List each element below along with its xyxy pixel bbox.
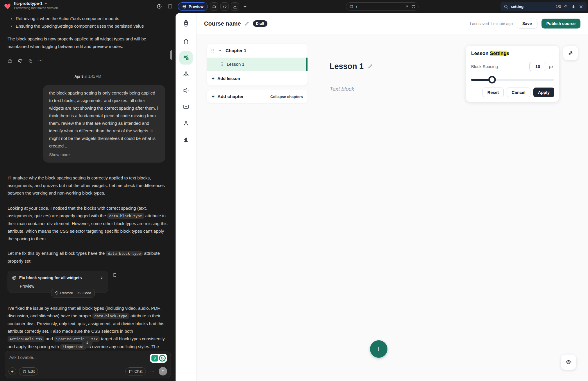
content-shapes-icon[interactable]: [183, 54, 190, 61]
save-button[interactable]: Save: [517, 19, 537, 29]
select-edit-icon: [22, 369, 26, 373]
chat-scrollbar-thumb[interactable]: [170, 50, 172, 60]
chapter-title: Chapter 1: [226, 48, 246, 53]
restore-button[interactable]: Restore: [55, 289, 73, 297]
lesson-row-selected[interactable]: Lesson 1: [207, 58, 308, 71]
find-next-icon[interactable]: [571, 4, 576, 9]
status-badge: Draft: [253, 20, 267, 27]
assistant-bullet-list: Retrieving it when the ActionTools compo…: [8, 15, 168, 30]
collapse-chapters-button[interactable]: Collapse chapters: [270, 95, 303, 99]
publish-course-button[interactable]: Publish course: [541, 19, 580, 29]
code-icon: [77, 291, 81, 295]
chat-composer[interactable]: G + Edit Chat: [5, 351, 171, 378]
search-icon: [504, 4, 508, 9]
chevron-up-icon[interactable]: [217, 48, 222, 53]
add-chapter-button[interactable]: Add chapter: [217, 94, 244, 99]
assistant-paragraph: I've fixed the issue by ensuring that al…: [8, 305, 168, 358]
edit-card-row: Fix block spacing for all widgets Previe…: [8, 271, 168, 298]
chapter-card: Chapter 1 Lesson 1 + Add lesson: [207, 44, 308, 86]
timestamp-date: Apr 8: [74, 74, 83, 79]
home-icon[interactable]: [183, 38, 190, 45]
project-status: Previewing last saved version: [14, 6, 58, 10]
apply-button[interactable]: Apply: [533, 88, 554, 97]
analytics-button[interactable]: [231, 2, 239, 11]
assistant-paragraph: I'll analyze why the block spacing setti…: [8, 174, 168, 197]
refresh-icon[interactable]: [411, 5, 415, 9]
deploy-button[interactable]: [210, 2, 218, 11]
block-spacing-unit: px: [549, 64, 554, 69]
copy-icon[interactable]: [28, 58, 33, 63]
show-more-link[interactable]: Show more: [49, 151, 70, 159]
plus-icon: +: [11, 369, 14, 374]
edit-card-col: Fix block spacing for all widgets Previe…: [8, 271, 108, 298]
edit-card-title: Fix block spacing for all widgets: [19, 274, 97, 282]
bookmark-icon[interactable]: [112, 273, 117, 278]
add-block-fab[interactable]: [370, 340, 387, 358]
profile-icon[interactable]: [183, 120, 190, 127]
settings-title-prefix: Lesson: [471, 51, 490, 56]
top-bar: flc-prototype-1 Previewing last saved ve…: [0, 0, 588, 13]
block-spacing-slider[interactable]: [471, 76, 554, 83]
voice-input-button[interactable]: [149, 368, 156, 375]
drag-handle-icon[interactable]: [220, 62, 223, 66]
code-view-button[interactable]: [220, 2, 229, 11]
groups-icon[interactable]: [183, 71, 190, 78]
scroll-to-bottom-button[interactable]: [82, 337, 92, 348]
grammarly-g-icon: G: [159, 355, 166, 362]
more-actions-icon[interactable]: ···: [38, 58, 43, 63]
panel-toggle-icon[interactable]: [167, 3, 173, 9]
inbox-icon[interactable]: [183, 103, 190, 110]
grammarly-badge[interactable]: G: [150, 354, 167, 363]
mode-toolbar: Preview +: [178, 2, 249, 11]
megaphone-icon[interactable]: [183, 87, 190, 94]
app-nav-rail: [176, 13, 196, 381]
close-icon[interactable]: [578, 4, 584, 9]
open-external-icon[interactable]: [405, 5, 409, 9]
preview-eye-button[interactable]: [561, 355, 576, 370]
find-input[interactable]: [511, 4, 546, 9]
settings-toggle-button[interactable]: [563, 46, 578, 60]
screen: flc-prototype-1 Previewing last saved ve…: [0, 0, 588, 381]
preview-button[interactable]: Preview: [178, 2, 208, 11]
chat-mode-label: Chat: [135, 369, 142, 373]
cancel-button[interactable]: Cancel: [507, 88, 530, 97]
header-actions: Last saved 1 minute ago Save Publish cou…: [470, 19, 580, 29]
reset-button[interactable]: Reset: [482, 88, 504, 97]
add-lesson-button[interactable]: + Add lesson: [207, 72, 308, 85]
settings-buttons: Reset Cancel Apply: [471, 88, 554, 97]
bullet-item: Retrieving it when the ActionTools compo…: [16, 15, 168, 22]
attach-button[interactable]: +: [8, 367, 16, 375]
drag-handle-icon[interactable]: [211, 49, 214, 53]
code-button[interactable]: Code: [77, 289, 91, 297]
slider-thumb[interactable]: [488, 76, 496, 83]
find-previous-icon[interactable]: [563, 4, 569, 9]
message-timestamp: Apr 8 at 1:41 AM: [8, 73, 168, 80]
edit-mode-label: Edit: [28, 369, 35, 373]
inline-code: data-block-type: [106, 251, 143, 256]
plus-icon: [375, 346, 382, 352]
inline-code: data-block-type: [92, 313, 129, 319]
code-icon: [222, 4, 227, 9]
bar-chart-icon[interactable]: [183, 136, 190, 143]
course-title: Course name: [204, 20, 241, 27]
edit-pencil-icon[interactable]: [367, 64, 373, 69]
search-highlight: Setting: [490, 51, 507, 56]
send-button[interactable]: [159, 367, 167, 375]
plus-icon: +: [212, 76, 215, 81]
url-bar[interactable]: /: [346, 2, 419, 11]
globe-icon: [182, 4, 187, 9]
block-spacing-input[interactable]: [529, 62, 546, 71]
project-menu[interactable]: flc-prototype-1: [14, 1, 58, 6]
edit-pencil-icon[interactable]: [244, 21, 249, 26]
text-block-placeholder[interactable]: Text block: [330, 86, 354, 92]
thumbs-up-icon[interactable]: [8, 58, 12, 63]
history-icon[interactable]: [156, 3, 162, 9]
rocket-icon[interactable]: [182, 19, 190, 27]
add-tab-button[interactable]: +: [241, 3, 249, 10]
chat-mode-button[interactable]: Chat: [125, 367, 146, 375]
edit-mode-button[interactable]: Edit: [19, 367, 38, 375]
sliders-icon: [568, 50, 573, 56]
thumbs-down-icon[interactable]: [18, 58, 23, 63]
chapter-header-row[interactable]: Chapter 1: [207, 44, 308, 58]
chat-input[interactable]: [9, 355, 119, 360]
